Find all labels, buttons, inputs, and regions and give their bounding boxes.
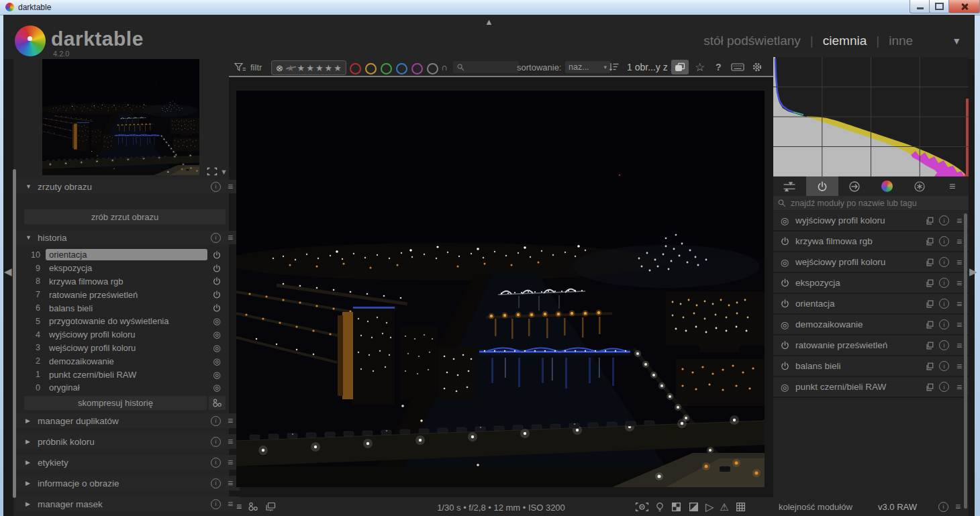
info-icon[interactable]: i bbox=[939, 319, 949, 329]
preferences-gear-icon[interactable] bbox=[752, 62, 763, 72]
power-icon[interactable] bbox=[779, 340, 791, 350]
history-step-label[interactable]: punkt czerni/bieli RAW bbox=[46, 369, 207, 380]
close-button[interactable] bbox=[948, 0, 980, 13]
info-icon[interactable]: i bbox=[939, 236, 949, 246]
tab-all-modules[interactable]: ≡ bbox=[936, 176, 969, 196]
info-icon[interactable]: i bbox=[938, 502, 948, 512]
guides-grid-icon[interactable] bbox=[735, 501, 746, 513]
history-step-label[interactable]: balans bieli bbox=[46, 303, 207, 314]
thumbnail-expand-icon[interactable] bbox=[207, 167, 217, 176]
info-icon[interactable]: i bbox=[211, 499, 221, 509]
gamut-warning-icon[interactable]: ⚠ bbox=[720, 501, 728, 513]
multi-instance-icon[interactable] bbox=[925, 278, 934, 288]
power-icon[interactable] bbox=[207, 303, 226, 313]
history-step-label[interactable]: ratowanie prześwietleń bbox=[46, 289, 207, 301]
image-search-input[interactable] bbox=[467, 62, 510, 72]
tab-active-modules[interactable] bbox=[806, 176, 839, 196]
presets-menu-icon[interactable]: ≡ bbox=[225, 436, 236, 447]
presets-menu-icon[interactable]: ≡ bbox=[225, 232, 236, 243]
color-label-gray[interactable] bbox=[427, 63, 438, 74]
multi-instance-icon[interactable] bbox=[925, 216, 934, 225]
presets-menu-icon[interactable]: ≡ bbox=[225, 181, 236, 192]
presets-menu-icon[interactable]: ≡ bbox=[225, 457, 236, 468]
power-icon[interactable] bbox=[207, 290, 226, 299]
history-step-label[interactable]: wyjściowy profil koloru bbox=[46, 329, 207, 340]
star-3[interactable]: ★ bbox=[315, 63, 324, 73]
navigation-thumbnail[interactable] bbox=[42, 59, 199, 175]
module-label[interactable]: wyjściowy profil koloru bbox=[795, 215, 920, 225]
section-tags[interactable]: ▶ etykiety i ≡ bbox=[16, 455, 240, 470]
thumbnail-caret-icon[interactable]: ▼ bbox=[220, 168, 228, 176]
section-image-information[interactable]: ▶ informacje o obrazie i ≡ bbox=[16, 476, 240, 491]
history-step-label[interactable]: krzywa filmowa rgb bbox=[46, 276, 207, 287]
favorites-star-icon[interactable]: ☆ bbox=[695, 60, 705, 74]
info-icon[interactable]: i bbox=[939, 215, 949, 225]
collapse-left-panel-handle[interactable]: ◀ bbox=[4, 266, 12, 278]
info-icon[interactable]: i bbox=[211, 182, 221, 192]
presets-menu-icon[interactable]: ≡ bbox=[954, 215, 965, 226]
section-mask-manager[interactable]: ▶ manager masek i ≡ bbox=[16, 497, 240, 511]
multi-instance-icon[interactable] bbox=[925, 258, 934, 267]
presets-menu-icon[interactable]: ≡ bbox=[954, 299, 965, 309]
power-icon[interactable] bbox=[207, 276, 226, 286]
info-icon[interactable]: i bbox=[211, 416, 221, 426]
sort-select[interactable]: naz... ▾ bbox=[565, 61, 610, 73]
presets-menu-icon[interactable]: ≡ bbox=[225, 415, 236, 426]
window-titlebar[interactable]: darktable bbox=[0, 0, 980, 15]
power-icon[interactable] bbox=[779, 361, 791, 371]
tab-presets-sliders[interactable] bbox=[773, 176, 806, 196]
history-item[interactable]: 9 ekspozycja ◎ bbox=[16, 262, 226, 275]
history-section-header[interactable]: ▼ historia i ≡ bbox=[16, 231, 240, 244]
module-label[interactable]: wejściowy profil koloru bbox=[795, 257, 920, 267]
info-icon[interactable]: i bbox=[939, 257, 949, 267]
shortcuts-keyboard-icon[interactable] bbox=[731, 62, 744, 72]
focus-peaking-icon[interactable] bbox=[635, 501, 649, 513]
right-panel-scrollbar[interactable] bbox=[964, 213, 967, 509]
presets-menu-icon[interactable]: ≡ bbox=[954, 257, 965, 268]
views-dropdown-icon[interactable]: ▼ bbox=[952, 36, 961, 46]
module-row[interactable]: ◎ punkt czerni/bieli RAW i ≡ bbox=[773, 377, 969, 398]
module-row[interactable]: ◎ orientacja i ≡ bbox=[773, 294, 969, 315]
info-icon[interactable]: i bbox=[211, 458, 221, 468]
module-label[interactable]: ekspozycja bbox=[795, 278, 920, 288]
left-panel-scrollbar[interactable] bbox=[13, 169, 16, 498]
iso12646-bulb-icon[interactable] bbox=[655, 502, 665, 513]
overexposed-diagonal-icon[interactable] bbox=[688, 501, 699, 513]
info-icon[interactable]: i bbox=[211, 233, 221, 243]
star-2[interactable]: ★ bbox=[306, 63, 314, 73]
module-label[interactable]: orientacja bbox=[795, 299, 920, 309]
overlays-toggle-button[interactable] bbox=[671, 60, 689, 74]
module-label[interactable]: balans bieli bbox=[795, 361, 920, 371]
power-icon[interactable] bbox=[779, 278, 791, 288]
info-icon[interactable]: i bbox=[211, 437, 221, 447]
tab-effects-modules[interactable] bbox=[903, 176, 936, 196]
history-step-label[interactable]: demozaikowanie bbox=[46, 356, 207, 367]
tab-technical-modules[interactable] bbox=[838, 176, 871, 196]
view-other[interactable]: inne bbox=[889, 34, 913, 48]
history-item[interactable]: 4 wyjściowy profil koloru ◎ bbox=[16, 328, 226, 342]
module-label[interactable]: punkt czerni/bieli RAW bbox=[795, 382, 920, 392]
module-label[interactable]: ratowanie prześwietleń bbox=[795, 340, 920, 350]
multi-instance-icon[interactable] bbox=[925, 320, 934, 329]
rejected-star-icon[interactable]: ★ bbox=[287, 63, 295, 73]
power-icon[interactable] bbox=[779, 236, 791, 246]
take-snapshot-button[interactable]: zrób zrzut obrazu bbox=[24, 209, 226, 224]
help-button[interactable]: ? bbox=[716, 62, 722, 72]
module-row[interactable]: ◎ demozaikowanie i ≡ bbox=[773, 315, 969, 336]
collapse-top-panel-handle[interactable]: ▲ bbox=[485, 17, 493, 27]
module-search-box[interactable] bbox=[773, 196, 969, 210]
presets-menu-icon[interactable]: ≡ bbox=[954, 340, 965, 351]
star-4[interactable]: ★ bbox=[325, 63, 333, 73]
star-rating-filter[interactable]: ⊗ ★ ★ ★ ★ ★ ★ bbox=[271, 60, 346, 75]
star-5[interactable]: ★ bbox=[334, 63, 342, 73]
filter-funnel-icon[interactable] bbox=[234, 62, 246, 72]
presets-menu-icon[interactable]: ≡ bbox=[954, 278, 965, 289]
collapse-right-panel-handle[interactable]: ▶ bbox=[969, 266, 977, 278]
color-label-purple[interactable] bbox=[411, 63, 423, 74]
module-label[interactable]: demozaikowanie bbox=[795, 319, 920, 329]
multi-instance-icon[interactable] bbox=[925, 382, 934, 392]
color-label-blue[interactable] bbox=[396, 63, 407, 74]
maximize-button[interactable] bbox=[929, 0, 950, 13]
presets-menu-icon[interactable]: ≡ bbox=[225, 478, 236, 488]
info-icon[interactable]: i bbox=[939, 278, 949, 288]
